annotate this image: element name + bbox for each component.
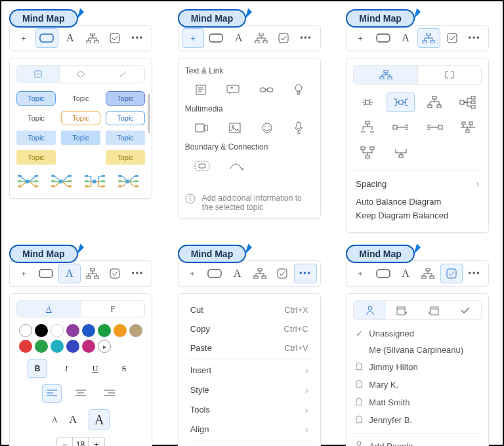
menu-spacing[interactable]: Spacing› [353,173,482,194]
relation-icon[interactable] [228,161,244,172]
add-button[interactable]: ＋ [182,28,204,48]
dropdown-triangle-icon[interactable] [406,244,421,258]
color-swatch[interactable] [51,340,64,353]
size-value[interactable]: 18 [73,437,89,446]
dropdown-triangle-icon[interactable] [238,244,252,258]
menu-keep-balanced[interactable]: Keep Diagram Balanced [353,209,482,226]
font-button[interactable]: A [228,28,249,48]
video-icon[interactable] [195,123,208,134]
add-people[interactable]: Add People [353,437,482,446]
mind-map-pill[interactable]: Mind Map [178,245,247,263]
tab-end-date[interactable] [417,301,450,319]
add-button[interactable]: ＋ [182,264,203,283]
shape-button[interactable] [373,264,394,283]
add-button[interactable]: ＋ [13,28,34,48]
color-swatch[interactable] [35,324,48,337]
increment-button[interactable]: + [89,437,104,446]
menu-auto-balance[interactable]: Auto Balance Diagram [353,194,482,209]
layout-timeline[interactable] [453,117,482,137]
strike-button[interactable]: S [114,359,134,378]
color-swatch[interactable] [114,324,127,337]
mind-map-pill[interactable]: Mind Map [178,9,247,28]
bold-button[interactable]: B [28,359,47,378]
font-button[interactable]: A [226,264,247,283]
add-button[interactable]: ＋ [13,264,34,283]
color-swatch[interactable] [82,324,95,337]
topic-chip[interactable]: Topic [106,91,145,106]
topic-chip[interactable]: Topic [16,91,56,106]
shape-button[interactable] [204,264,225,283]
structure-button[interactable] [82,28,103,48]
structure-button[interactable] [82,264,103,283]
more-button[interactable]: ••• [294,264,316,283]
color-swatch[interactable] [66,340,79,353]
task-button[interactable] [104,264,125,283]
task-button[interactable] [272,264,293,283]
topic-chip[interactable]: Topic [61,91,100,106]
tab-start-date[interactable] [386,301,418,319]
structure-button[interactable] [249,264,270,283]
menu-item-paste[interactable]: PasteCtrl+V [186,338,312,357]
mind-map-pill[interactable]: Mind Map [346,245,415,263]
align-right[interactable] [100,384,119,403]
dropdown-triangle-icon[interactable] [406,9,421,23]
shape-button[interactable] [205,28,226,48]
image-icon[interactable] [229,123,241,135]
scrollbar[interactable] [148,94,150,133]
size-small[interactable]: A [52,415,58,425]
topic-chip[interactable]: Topic [16,111,56,125]
emoji-icon[interactable] [261,122,273,136]
tab-compact[interactable] [418,66,482,84]
shape-button[interactable] [35,28,58,48]
color-swatch[interactable] [19,324,32,337]
task-button[interactable] [273,28,294,48]
structure-button[interactable] [417,264,438,283]
topic-chip[interactable]: Topic [16,131,56,145]
topic-chip[interactable]: Topic [106,150,145,165]
underline-button[interactable]: U [85,359,105,378]
align-left[interactable] [42,384,62,403]
tab-fill[interactable] [17,66,60,83]
menu-item-delete[interactable]: DeleteDel [186,443,312,446]
mind-map-pill[interactable]: Mind Map [9,9,78,28]
color-swatch[interactable] [19,340,32,353]
topic-chip[interactable]: Topic [61,131,100,145]
topic-chip[interactable]: Topic [106,131,145,145]
dropdown-triangle-icon[interactable] [70,9,84,23]
dropdown-triangle-icon[interactable] [238,9,252,23]
tab-assignee[interactable] [354,301,386,319]
layout-fish[interactable] [387,142,415,162]
more-button[interactable]: ••• [295,28,316,48]
size-med[interactable]: A [70,414,77,426]
menu-item-cut[interactable]: CutCtrl+X [186,300,312,319]
shape-button[interactable] [35,264,56,283]
tab-border[interactable] [60,66,102,83]
italic-button[interactable]: I [56,359,76,378]
topic-chip[interactable]: Topic [61,111,100,125]
more-button[interactable]: ••• [127,264,148,283]
color-swatch[interactable] [66,324,79,337]
boundary-icon[interactable] [194,161,210,173]
mind-map-pill[interactable]: Mind Map [346,9,415,28]
font-button[interactable]: A [395,28,416,48]
menu-item-style[interactable]: Style› [186,380,312,400]
layout-map[interactable] [387,92,415,112]
menu-item-tools[interactable]: Tools› [186,400,312,420]
color-swatch[interactable]: ▸ [98,340,111,353]
tab-color[interactable]: A [17,301,81,317]
font-button[interactable]: A [60,28,81,48]
layout-tree[interactable] [353,117,381,137]
menu-item-copy[interactable]: CopyCtrl+C [186,319,312,338]
add-button[interactable]: ＋ [350,264,371,283]
menu-item-align[interactable]: Align› [186,420,312,439]
color-swatch[interactable] [82,340,95,353]
font-button[interactable]: A [395,264,416,283]
person-row[interactable]: Mary K. [353,376,482,394]
layout-orgdown[interactable] [420,92,448,112]
person-row[interactable]: Me (Silvana Carpineanu) [353,342,482,358]
bulb-icon[interactable] [293,83,304,98]
person-row[interactable]: ✓Unassigned [353,325,482,342]
task-button[interactable] [440,264,463,283]
more-button[interactable]: ••• [464,264,485,283]
tab-progress[interactable] [450,301,482,319]
